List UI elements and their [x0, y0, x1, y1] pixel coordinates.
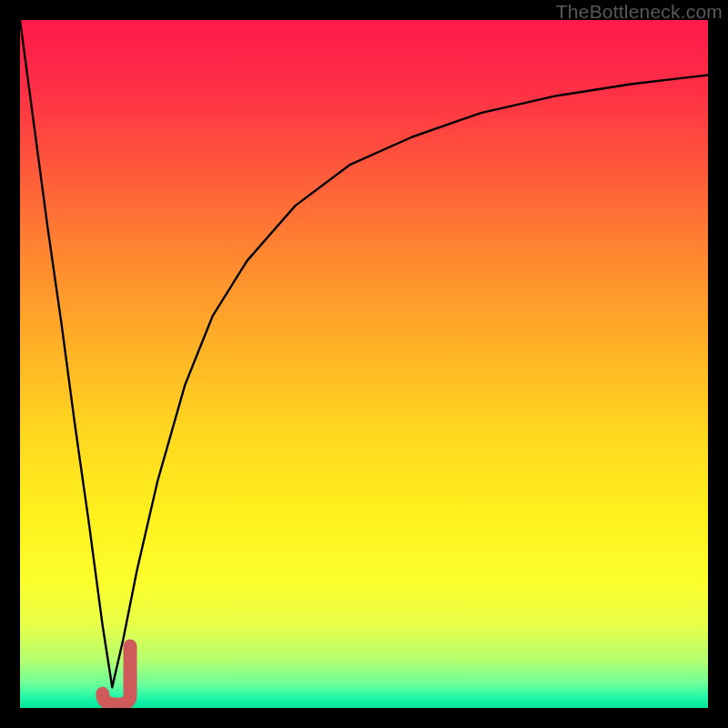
chart-frame: TheBottleneck.com	[0, 0, 728, 728]
plot-area	[20, 20, 708, 708]
curve-layer	[20, 20, 708, 708]
bottleneck-curve	[20, 20, 708, 687]
watermark: TheBottleneck.com	[556, 1, 723, 23]
